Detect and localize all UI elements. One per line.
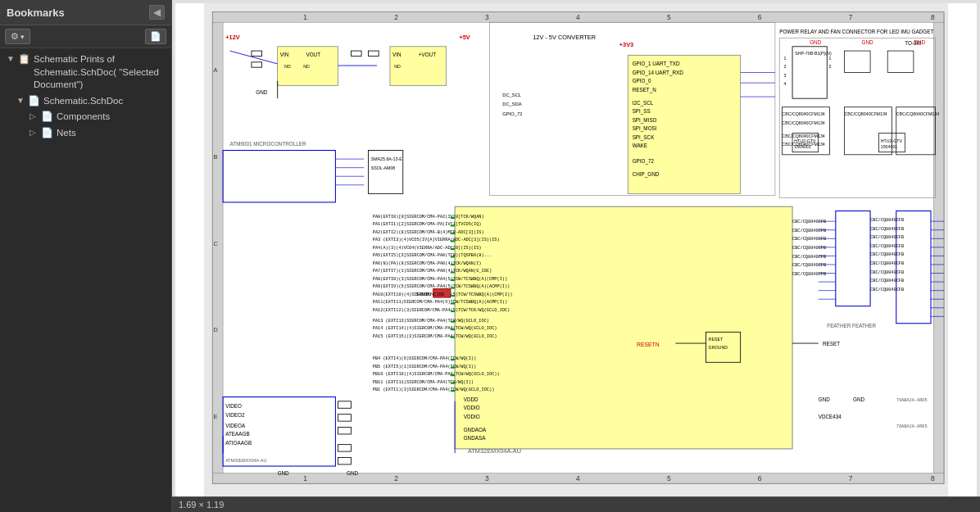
svg-text:GPIO_1    UART_TXD: GPIO_1 UART_TXD: [633, 61, 680, 67]
svg-text:GNDAOA: GNDAOA: [464, 427, 487, 433]
svg-rect-20: [212, 22, 223, 473]
svg-text:GND: GND: [278, 470, 289, 476]
svg-text:VIN: VIN: [392, 52, 402, 57]
svg-text:GND: GND: [347, 470, 358, 476]
svg-text:79ABAJA-AR05: 79ABAJA-AR05: [896, 398, 928, 403]
svg-text:GPIO_14   UART_RXD: GPIO_14 UART_RXD: [633, 70, 684, 76]
svg-text:3: 3: [485, 13, 489, 21]
svg-text:DC_SCL: DC_SCL: [502, 93, 522, 97]
svg-text:RESETN: RESETN: [637, 342, 660, 347]
bottom-bar: 1.69 × 1.19: [172, 496, 980, 512]
svg-text:ATIOAAGB: ATIOAAGB: [225, 440, 252, 446]
sidebar-header: Bookmarks ◀: [0, 0, 171, 25]
svg-text:CBC/CQ8040CFB: CBC/CQ8040CFB: [870, 270, 904, 275]
svg-text:SPI_MOSI: SPI_MOSI: [633, 125, 657, 132]
export-button[interactable]: 📄: [145, 29, 166, 44]
svg-text:ATEAAGB: ATEAAGB: [225, 431, 249, 437]
svg-text:CBC/CQ8040CFB: CBC/CQ8040CFB: [792, 263, 826, 268]
svg-text:2: 2: [394, 13, 398, 21]
settings-button[interactable]: ⚙ ▾: [5, 29, 30, 44]
svg-text:PA4(A)(3)(4)VCO4(VIERRA/ADC-AD: PA4(A)(3)(4)VCO4(VIERRA/ADC-ADC[0](IS)(I…: [373, 246, 482, 251]
svg-text:GND: GND: [914, 39, 925, 45]
svg-text:VDDIO: VDDIO: [464, 414, 480, 419]
svg-text:GND: GND: [256, 89, 267, 95]
svg-text:GPIO_72: GPIO_72: [502, 111, 522, 116]
svg-text:1504001: 1504001: [794, 144, 811, 149]
svg-text:GPIO_72: GPIO_72: [633, 158, 655, 165]
svg-text:SPI_SCK: SPI_SCK: [633, 134, 656, 141]
svg-text:GND: GND: [862, 39, 873, 45]
tree-item-root-prints[interactable]: ▼ 📋 Schematic Prints of Schematic.SchDoc…: [0, 52, 171, 93]
schematic-view[interactable]: 1 2 3 4 5 6 7 8 1 2 3 4 5 6 7 8 A B C D …: [175, 3, 977, 496]
page-dimensions: 1.69 × 1.19: [179, 500, 224, 510]
tree-item-components[interactable]: ▷ 📄 Components: [0, 109, 171, 125]
svg-text:CBC/CQ8040CFB: CBC/CQ8040CFB: [870, 218, 904, 223]
tree-item-schematic-doc[interactable]: ▼ 📄 Schematic.SchDoc: [0, 93, 171, 110]
svg-text:CBC/CQ8040CFB: CBC/CQ8040CFB: [870, 227, 904, 232]
svg-text:PA1(EXTI1)[2]SIERCOM/CMA-PA(IV: PA1(EXTI1)[2]SIERCOM/CMA-PA(IV[1]TVCO5(I…: [373, 222, 482, 227]
svg-text:HTU2-GTV: HTU2-GTV: [881, 138, 903, 143]
svg-text:RESET_N: RESET_N: [633, 87, 657, 93]
svg-text:PB10 (EXTI10)(4)SIERCOM/CMA-PA: PB10 (EXTI10)(4)SIERCOM/CMA-PA4(TCW/WQ(G…: [373, 372, 500, 377]
svg-text:+3V3: +3V3: [619, 41, 633, 48]
svg-text:D: D: [213, 326, 217, 333]
svg-text:7: 7: [849, 13, 853, 21]
gear-icon: ⚙: [11, 31, 19, 42]
svg-text:CBC/CQ8040CFB: CBC/CQ8040CFB: [792, 220, 826, 224]
svg-text:PA12(EXTI12)(3)SIERCOM/CMA-PA4: PA12(EXTI12)(3)SIERCOM/CMA-PA4(5)TCW/TCK…: [373, 308, 510, 313]
export-icon: 📄: [150, 31, 161, 41]
svg-text:1: 1: [828, 56, 831, 61]
expander-icon: ▼: [7, 53, 18, 63]
svg-text:RESET: RESET: [709, 337, 724, 342]
svg-text:VDDIO: VDDIO: [464, 405, 480, 410]
expander-icon: ▷: [29, 111, 41, 120]
svg-text:A: A: [213, 66, 217, 74]
svg-text:FEATHER FEATHER: FEATHER FEATHER: [827, 323, 876, 328]
svg-text:12V - 5V CONVERTER: 12V - 5V CONVERTER: [533, 34, 596, 41]
svg-text:C: C: [213, 240, 218, 247]
svg-text:PA14 (EXTI14)(4)SIERCOM/CMA-PA: PA14 (EXTI14)(4)SIERCOM/CMA-PA4(TCW/WQ(G…: [373, 326, 497, 331]
svg-text:ND: ND: [303, 64, 310, 69]
svg-text:E: E: [213, 413, 217, 420]
svg-text:HTU2-GTV: HTU2-GTV: [794, 138, 816, 143]
svg-text:2: 2: [828, 64, 831, 69]
svg-text:GND: GND: [810, 39, 821, 45]
svg-text:SMA25.6A-13-E: SMA25.6A-13-E: [371, 156, 403, 161]
tree-item-nets[interactable]: ▷ 📄 Nets: [0, 125, 171, 142]
sidebar-title: Bookmarks: [7, 7, 65, 19]
chevron-down-icon: ▾: [20, 33, 25, 41]
svg-text:I2C_SCL: I2C_SCL: [633, 100, 654, 106]
svg-text:DC_SDA: DC_SDA: [502, 102, 522, 106]
svg-text:PA8(EXTI8)(3)SIERCOM/CMA-PA4(5: PA8(EXTI8)(3)SIERCOM/CMA-PA4(5)TCW/TCSWB…: [373, 277, 507, 282]
svg-text:4: 4: [783, 81, 786, 86]
svg-text:CBC/CQ8040CFB: CBC/CQ8040CFB: [870, 252, 904, 257]
document-icon: 📄: [28, 95, 41, 106]
svg-text:VIN: VIN: [280, 52, 289, 57]
svg-text:PA13 (EXTI13)SIERCOM/CMA-PA4(T: PA13 (EXTI13)SIERCOM/CMA-PA4(TCW/WQ(GCLO…: [373, 319, 489, 324]
document-icon: 📋: [18, 53, 31, 65]
svg-rect-108: [455, 206, 792, 449]
svg-text:GPIO_0: GPIO_0: [633, 78, 651, 84]
svg-text:+VOUT: +VOUT: [419, 52, 436, 57]
svg-text:8: 8: [931, 13, 935, 21]
document-icon: 📄: [41, 111, 54, 122]
svg-text:CBC/CQ8040CFB: CBC/CQ8040CFB: [792, 255, 826, 260]
svg-text:1: 1: [303, 474, 307, 483]
svg-text:PA2(EXTI2)(8)SIERCOM/CMA-B(4)M: PA2(EXTI2)(8)SIERCOM/CMA-B(4)MCR-ADC[3](…: [373, 230, 484, 235]
svg-text:SPI_SS: SPI_SS: [633, 108, 651, 115]
svg-text:GNDASA: GNDASA: [464, 435, 487, 441]
svg-text:PB5 (EXTI5)(1)SIERCOM/CMA-PA4(: PB5 (EXTI5)(1)SIERCOM/CMA-PA4(TCW/WQ(I)): [373, 365, 476, 369]
svg-text:B: B: [213, 153, 217, 161]
svg-text:CBC/CQ8040CFM134: CBC/CQ8040CFM134: [896, 111, 939, 116]
svg-text:3: 3: [783, 73, 786, 78]
svg-text:PA0(EXTI0)[0]SIERCOM/CMA-PA2(I: PA0(EXTI0)[0]SIERCOM/CMA-PA2(IV[0]TCK/WQ…: [373, 215, 484, 220]
svg-text:2: 2: [783, 64, 786, 69]
svg-text:VIDEOA: VIDEOA: [225, 423, 246, 428]
svg-text:+12V: +12V: [225, 34, 240, 41]
svg-text:CBC/CQ8040CFM134: CBC/CQ8040CFM134: [844, 111, 887, 116]
svg-text:CHIP_GND: CHIP_GND: [633, 171, 660, 178]
svg-text:SPI_MISO: SPI_MISO: [633, 117, 657, 124]
sidebar-collapse-button[interactable]: ◀: [149, 5, 165, 20]
svg-text:SHP-70B-B1(P)(N): SHP-70B-B1(P)(N): [795, 51, 832, 56]
document-icon: 📄: [41, 127, 54, 138]
